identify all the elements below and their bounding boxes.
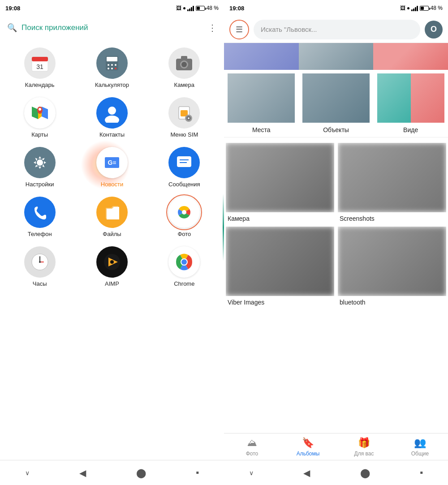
left-search-bar[interactable]: 🔍 Поиск приложений ⋮ (0, 16, 224, 39)
maps-icon-wrap (24, 97, 56, 129)
category-video[interactable]: Виде (373, 73, 448, 133)
svg-rect-32 (177, 156, 191, 167)
app-item-messages[interactable]: Сообщения (162, 147, 207, 188)
album-viber[interactable]: Viber Images (224, 225, 336, 309)
home-circle-icon[interactable]: ⬤ (136, 468, 146, 478)
app-item-chrome[interactable]: Chrome (162, 246, 207, 287)
phone-label: Телефон (28, 231, 52, 237)
calc-icon-wrap (96, 47, 128, 79)
app-item-sim[interactable]: Меню SIM (162, 97, 207, 138)
chrome-label: Chrome (174, 280, 194, 287)
left-panel: 19:08 🖼 48 % 🔍 Поиск приложений ⋮ (0, 0, 224, 485)
svg-marker-18 (42, 107, 48, 119)
svg-point-45 (181, 259, 187, 265)
app-item-camera[interactable]: Камера (162, 47, 207, 88)
right-bottom-nav: ∨ ◀ ⬤ ▪ (224, 460, 448, 485)
svg-point-10 (115, 68, 116, 69)
right-dot-icon (407, 7, 409, 9)
album-screenshots[interactable]: Screenshots (336, 141, 448, 225)
svg-rect-4 (107, 57, 117, 61)
app-item-phone[interactable]: Телефон (17, 197, 62, 237)
app-item-clock[interactable]: Часы (17, 246, 62, 287)
album-screenshots-thumb (338, 143, 446, 212)
search-icon: 🔍 (7, 23, 17, 33)
tab-obshie[interactable]: 👥 Общие (392, 433, 448, 460)
album-kamera-label: Камера (226, 212, 334, 223)
sim-icon-wrap (168, 97, 200, 129)
app-item-calendar[interactable]: 31 Календарь (17, 47, 62, 88)
more-icon[interactable]: ⋮ (208, 22, 217, 33)
app-item-contacts[interactable]: Контакты (90, 97, 134, 138)
messages-icon-wrap (168, 147, 200, 178)
hamburger-button[interactable]: ☰ (229, 20, 249, 39)
right-expand-icon[interactable]: ∨ (249, 469, 254, 476)
category-obiekty[interactable]: Объекты (299, 73, 374, 133)
album-bluetooth[interactable]: bluetooth (336, 225, 448, 309)
right-signal-bar-4 (417, 6, 418, 11)
svg-point-6 (111, 64, 113, 66)
sim-label: Меню SIM (170, 131, 198, 138)
photos-search-field[interactable]: Искать "Львовск... (254, 20, 420, 39)
app-item-settings[interactable]: Настройки (17, 147, 62, 188)
album-screenshots-label: Screenshots (338, 212, 446, 223)
battery-percent: 48 % (207, 5, 219, 11)
left-status-right: 🖼 48 % (176, 5, 219, 11)
svg-point-13 (181, 62, 187, 67)
tab-dlya-vas[interactable]: 🎁 Для вас (336, 433, 392, 460)
right-home-circle-icon[interactable]: ⬤ (360, 468, 370, 478)
app-row-1: Карты Контакты (0, 93, 224, 142)
right-signal-bar-3 (415, 7, 416, 11)
app-item-news[interactable]: G≡ Новости (90, 147, 134, 188)
expand-icon[interactable]: ∨ (25, 469, 30, 476)
tab-obshie-label: Общие (411, 451, 429, 457)
avatar-button[interactable]: O (425, 21, 443, 39)
album-screenshots-thumb-container (338, 143, 446, 212)
right-panel: 19:08 🖼 48 % ☰ Искать "Львовск... (224, 0, 448, 485)
back-icon[interactable]: ◀ (79, 468, 86, 478)
right-status-right: 🖼 48 % (400, 5, 443, 11)
category-obiekty-label: Объекты (323, 126, 349, 133)
album-bluetooth-thumb-container (338, 227, 446, 296)
notification-icon: 🖼 (176, 5, 181, 11)
tab-foto-icon: ⛰ (247, 437, 257, 449)
aimp-label: AIMP (105, 280, 119, 287)
categories-row: Места Объекты Виде (224, 70, 448, 137)
left-status-bar: 19:08 🖼 48 % (0, 0, 224, 16)
camera-icon (174, 53, 194, 73)
signal-bar-1 (187, 9, 189, 11)
album-kamera[interactable]: Камера (224, 141, 336, 225)
svg-point-20 (39, 108, 41, 111)
right-signal-bar-2 (413, 9, 414, 11)
right-battery-icon (420, 6, 429, 11)
left-time: 19:08 (5, 5, 20, 12)
search-text[interactable]: Поиск приложений (22, 23, 203, 32)
app-item-aimp[interactable]: AIMP (90, 246, 134, 287)
right-recents-icon[interactable]: ▪ (420, 468, 423, 478)
right-time: 19:08 (229, 5, 244, 12)
photos-icon-wrap (168, 197, 200, 228)
right-back-icon[interactable]: ◀ (303, 468, 310, 478)
hamburger-icon: ☰ (236, 25, 243, 34)
album-bluetooth-thumb (338, 227, 446, 296)
tab-albomy[interactable]: 🔖 Альбомы (280, 433, 336, 460)
calendar-icon-wrap: 31 (24, 47, 56, 79)
svg-point-9 (111, 68, 113, 69)
right-battery-percent: 48 % (431, 5, 443, 11)
messages-icon (174, 153, 194, 172)
svg-point-7 (115, 64, 116, 66)
category-mesta-thumb (228, 73, 295, 123)
tab-albomy-icon: 🔖 (302, 437, 314, 449)
news-icon: G≡ (102, 153, 122, 172)
news-icon-wrap: G≡ (96, 147, 128, 178)
app-item-calc[interactable]: Калькулятор (90, 47, 134, 88)
svg-point-35 (182, 210, 186, 215)
tab-obshie-icon: 👥 (414, 437, 426, 449)
app-item-files[interactable]: Файлы (90, 197, 134, 237)
left-divider (223, 194, 224, 261)
category-mesta[interactable]: Места (224, 73, 299, 133)
app-item-photos[interactable]: Фото (162, 197, 207, 237)
app-item-maps[interactable]: Карты (17, 97, 62, 138)
tab-foto[interactable]: ⛰ Фото (224, 433, 280, 460)
recents-icon[interactable]: ▪ (196, 468, 199, 478)
contacts-icon (102, 103, 122, 123)
